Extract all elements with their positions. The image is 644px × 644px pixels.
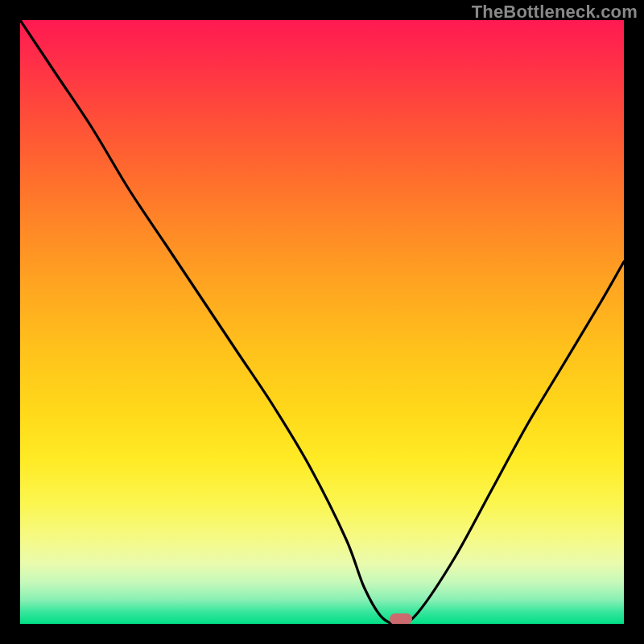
optimal-point-marker (390, 613, 412, 624)
plot-area (20, 20, 624, 624)
bottleneck-curve (20, 20, 624, 624)
chart-frame: TheBottleneck.com (0, 0, 644, 644)
